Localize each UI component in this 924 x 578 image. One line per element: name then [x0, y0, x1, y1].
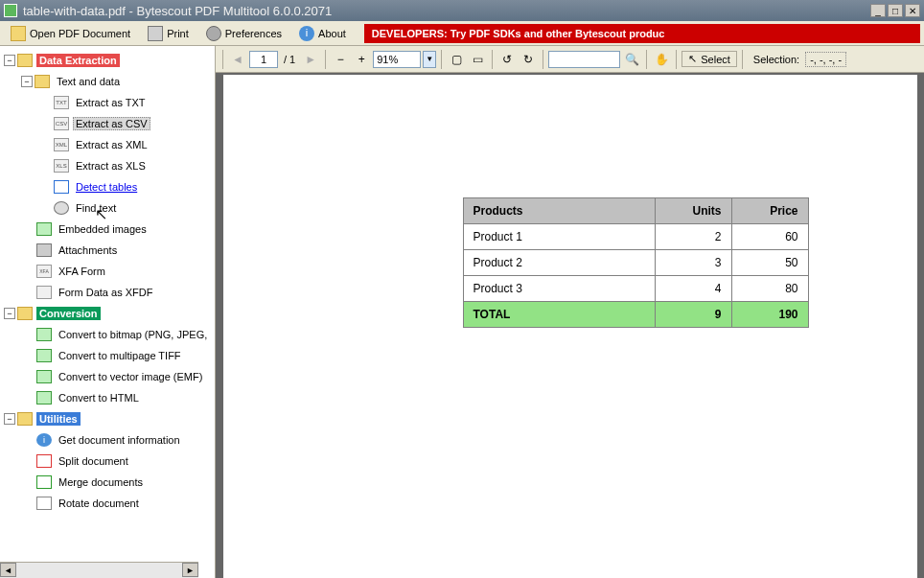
tree-extract-txt[interactable]: TXT Extract as TXT	[0, 92, 215, 113]
tree-xfa-form[interactable]: XFA XFA Form	[0, 261, 215, 282]
select-tool-button[interactable]: ↖ Select	[681, 51, 737, 67]
collapse-icon[interactable]: −	[4, 55, 15, 66]
tree-extract-xls[interactable]: XLS Extract as XLS	[0, 155, 215, 176]
table-detect-icon	[54, 180, 69, 194]
tree-data-extraction[interactable]: − Data Extraction	[0, 50, 215, 71]
tree-convert-emf[interactable]: Convert to vector image (EMF)	[0, 366, 215, 387]
tree-split-document[interactable]: Split document	[0, 451, 215, 472]
rotate-right-button[interactable]: ↻	[519, 50, 538, 69]
print-button[interactable]: Print	[141, 23, 196, 44]
rotate-icon	[36, 497, 52, 510]
tree-label: Convert to bitmap (PNG, JPEG,	[56, 328, 210, 341]
fit-page-button[interactable]: ▢	[447, 50, 466, 69]
tree-label: Form Data as XFDF	[56, 286, 155, 299]
tree-label: Convert to HTML	[56, 391, 142, 405]
page-number-input[interactable]	[249, 51, 278, 68]
selection-value: -, -, -, -	[805, 52, 846, 67]
tree-extract-xml[interactable]: XML Extract as XML	[0, 134, 215, 155]
tree-label: Attachments	[56, 243, 120, 257]
tree-conversion[interactable]: − Conversion	[0, 303, 215, 324]
document-viewer[interactable]: Products Units Price Product 1 2 60 Prod…	[216, 73, 924, 578]
folder-icon	[17, 54, 33, 67]
xfdf-icon	[36, 286, 52, 299]
collapse-icon[interactable]: −	[21, 76, 33, 87]
tree-label: Detect tables	[73, 180, 140, 194]
table-row: Product 1 2 60	[463, 224, 808, 250]
folder-icon	[17, 412, 33, 426]
table-cell: 2	[655, 224, 731, 250]
info-icon: i	[299, 26, 314, 41]
tree-utilities[interactable]: − Utilities	[0, 408, 215, 429]
table-cell-total-price: 190	[731, 302, 808, 328]
about-label: About	[318, 28, 346, 39]
scroll-right-button[interactable]: ►	[182, 563, 198, 577]
html-icon	[36, 391, 52, 405]
table-row: Product 2 3 50	[463, 250, 808, 276]
zoom-dropdown-button[interactable]: ▼	[423, 51, 436, 68]
tree-label: Convert to multipage TIFF	[56, 349, 184, 362]
paperclip-icon	[36, 243, 52, 257]
folder-open-icon	[11, 26, 26, 41]
pdf-page: Products Units Price Product 1 2 60 Prod…	[223, 75, 917, 578]
table-cell: 60	[731, 224, 808, 250]
zoom-out-button[interactable]: −	[331, 50, 350, 69]
tree-label: Extract as XLS	[73, 159, 149, 173]
search-input[interactable]	[548, 51, 620, 68]
table-header-units: Units	[655, 198, 731, 224]
app-icon	[4, 4, 17, 17]
sidebar-hscroll[interactable]: ◄ ►	[0, 562, 198, 578]
table-cell: 4	[655, 276, 731, 302]
fit-width-button[interactable]: ▭	[468, 50, 487, 69]
sidebar-tree[interactable]: − Data Extraction − Text and data TXT Ex…	[0, 46, 216, 578]
tree-convert-html[interactable]: Convert to HTML	[0, 387, 215, 408]
tree-label: Rotate document	[56, 497, 142, 510]
maximize-button[interactable]: □	[888, 4, 903, 17]
tree-attachments[interactable]: Attachments	[0, 240, 215, 261]
search-binoculars-button[interactable]: 🔍	[622, 50, 641, 69]
print-label: Print	[167, 28, 189, 39]
binoculars-icon	[54, 201, 69, 215]
developer-banner[interactable]: DEVELOPERS: Try PDF SDKs and other Bytes…	[364, 24, 920, 43]
table-header-price: Price	[731, 198, 808, 224]
zoom-level-display[interactable]: 91%	[373, 51, 421, 68]
tree-convert-bitmap[interactable]: Convert to bitmap (PNG, JPEG,	[0, 324, 215, 345]
tree-embedded-images[interactable]: Embedded images	[0, 219, 215, 240]
scroll-left-button[interactable]: ◄	[0, 563, 16, 577]
tree-convert-tiff[interactable]: Convert to multipage TIFF	[0, 345, 215, 366]
zoom-in-button[interactable]: +	[352, 50, 371, 69]
open-pdf-label: Open PDF Document	[30, 28, 130, 39]
collapse-icon[interactable]: −	[4, 413, 15, 425]
tree-rotate-document[interactable]: Rotate document	[0, 493, 215, 514]
collapse-icon[interactable]: −	[4, 308, 15, 319]
preferences-button[interactable]: Preferences	[199, 23, 289, 44]
selection-label: Selection:	[753, 54, 799, 65]
tree-find-text[interactable]: Find text	[0, 197, 215, 219]
about-button[interactable]: i About	[292, 23, 353, 44]
table-cell: 50	[731, 250, 808, 276]
table-header-row: Products Units Price	[463, 198, 808, 224]
table-header-products: Products	[463, 198, 655, 224]
tree-merge-documents[interactable]: Merge documents	[0, 472, 215, 493]
tree-label: XFA Form	[56, 265, 108, 278]
csv-icon: CSV	[54, 117, 69, 130]
image-icon	[36, 222, 52, 236]
preferences-label: Preferences	[225, 28, 282, 39]
tree-text-and-data[interactable]: − Text and data	[0, 71, 215, 92]
emf-icon	[36, 370, 52, 383]
gear-icon	[206, 26, 221, 41]
hand-tool-button[interactable]: ✋	[652, 50, 671, 69]
next-page-button[interactable]: ►	[301, 50, 320, 69]
pdf-data-table: Products Units Price Product 1 2 60 Prod…	[463, 197, 809, 328]
tree-form-data-xfdf[interactable]: Form Data as XFDF	[0, 282, 215, 303]
tree-extract-csv[interactable]: CSV Extract as CSV	[0, 113, 215, 134]
minimize-button[interactable]: _	[870, 4, 886, 17]
open-pdf-button[interactable]: Open PDF Document	[4, 23, 137, 44]
tree-label: Data Extraction	[36, 54, 120, 67]
close-button[interactable]: ✕	[905, 4, 920, 17]
rotate-left-button[interactable]: ↺	[497, 50, 517, 69]
tree-get-info[interactable]: i Get document information	[0, 429, 215, 451]
tree-detect-tables[interactable]: Detect tables	[0, 176, 215, 197]
table-cell: 80	[731, 276, 808, 302]
prev-page-button[interactable]: ◄	[228, 50, 247, 69]
tree-label: Extract as TXT	[73, 96, 149, 109]
